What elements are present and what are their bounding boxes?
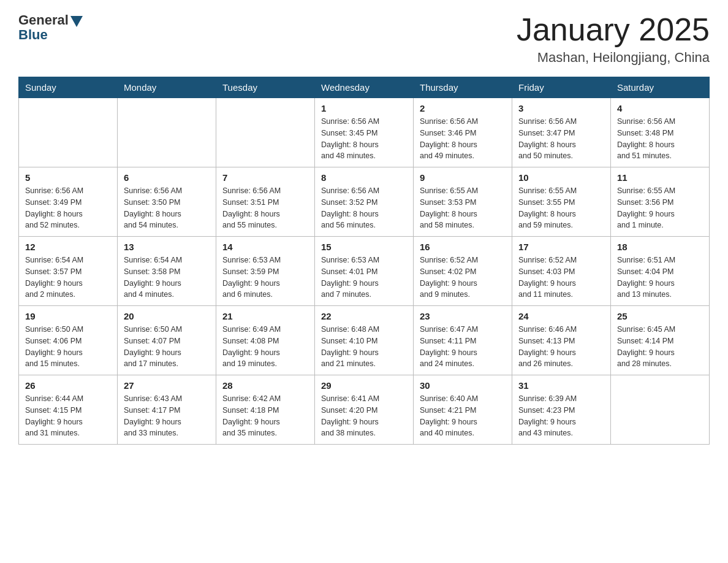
day-info: Sunrise: 6:43 AM Sunset: 4:17 PM Dayligh… bbox=[124, 393, 210, 439]
calendar-cell: 6Sunrise: 6:56 AM Sunset: 3:50 PM Daylig… bbox=[118, 167, 216, 237]
day-number: 23 bbox=[420, 311, 506, 321]
calendar-cell: 8Sunrise: 6:56 AM Sunset: 3:52 PM Daylig… bbox=[315, 167, 414, 237]
title-section: January 2025 Mashan, Heilongjiang, China bbox=[517, 12, 710, 66]
day-number: 17 bbox=[518, 242, 604, 252]
calendar-cell: 23Sunrise: 6:47 AM Sunset: 4:11 PM Dayli… bbox=[414, 306, 512, 375]
calendar-cell: 31Sunrise: 6:39 AM Sunset: 4:23 PM Dayli… bbox=[512, 375, 611, 445]
calendar-cell: 25Sunrise: 6:45 AM Sunset: 4:14 PM Dayli… bbox=[611, 306, 710, 375]
day-number: 1 bbox=[321, 103, 407, 113]
day-number: 4 bbox=[617, 103, 703, 113]
calendar-cell: 26Sunrise: 6:44 AM Sunset: 4:15 PM Dayli… bbox=[19, 375, 118, 445]
calendar-cell: 1Sunrise: 6:56 AM Sunset: 3:45 PM Daylig… bbox=[315, 98, 414, 167]
calendar-week-row: 26Sunrise: 6:44 AM Sunset: 4:15 PM Dayli… bbox=[19, 375, 710, 445]
day-number: 3 bbox=[518, 103, 604, 113]
weekday-header-monday: Monday bbox=[118, 77, 216, 98]
day-number: 29 bbox=[321, 380, 407, 391]
weekday-header-tuesday: Tuesday bbox=[216, 77, 315, 98]
day-number: 31 bbox=[518, 380, 604, 391]
logo: General Blue bbox=[18, 12, 83, 43]
day-number: 20 bbox=[124, 311, 210, 321]
day-info: Sunrise: 6:56 AM Sunset: 3:51 PM Dayligh… bbox=[222, 185, 308, 231]
day-info: Sunrise: 6:55 AM Sunset: 3:56 PM Dayligh… bbox=[617, 185, 703, 231]
day-number: 27 bbox=[124, 380, 210, 391]
calendar-cell: 10Sunrise: 6:55 AM Sunset: 3:55 PM Dayli… bbox=[512, 167, 611, 237]
calendar-cell: 20Sunrise: 6:50 AM Sunset: 4:07 PM Dayli… bbox=[118, 306, 216, 375]
day-number: 28 bbox=[222, 380, 308, 391]
day-info: Sunrise: 6:54 AM Sunset: 3:57 PM Dayligh… bbox=[25, 255, 111, 301]
day-info: Sunrise: 6:56 AM Sunset: 3:46 PM Dayligh… bbox=[420, 116, 506, 162]
day-info: Sunrise: 6:48 AM Sunset: 4:10 PM Dayligh… bbox=[321, 324, 407, 370]
day-info: Sunrise: 6:41 AM Sunset: 4:20 PM Dayligh… bbox=[321, 393, 407, 439]
day-info: Sunrise: 6:39 AM Sunset: 4:23 PM Dayligh… bbox=[518, 393, 604, 439]
calendar-cell: 5Sunrise: 6:56 AM Sunset: 3:49 PM Daylig… bbox=[19, 167, 118, 237]
calendar-cell: 22Sunrise: 6:48 AM Sunset: 4:10 PM Dayli… bbox=[315, 306, 414, 375]
calendar-cell: 3Sunrise: 6:56 AM Sunset: 3:47 PM Daylig… bbox=[512, 98, 611, 167]
day-info: Sunrise: 6:56 AM Sunset: 3:49 PM Dayligh… bbox=[25, 185, 111, 231]
day-info: Sunrise: 6:51 AM Sunset: 4:04 PM Dayligh… bbox=[617, 255, 703, 301]
day-info: Sunrise: 6:45 AM Sunset: 4:14 PM Dayligh… bbox=[617, 324, 703, 370]
calendar-cell: 7Sunrise: 6:56 AM Sunset: 3:51 PM Daylig… bbox=[216, 167, 315, 237]
day-info: Sunrise: 6:47 AM Sunset: 4:11 PM Dayligh… bbox=[420, 324, 506, 370]
day-info: Sunrise: 6:49 AM Sunset: 4:08 PM Dayligh… bbox=[222, 324, 308, 370]
calendar-table: SundayMondayTuesdayWednesdayThursdayFrid… bbox=[18, 77, 710, 445]
calendar-cell: 13Sunrise: 6:54 AM Sunset: 3:58 PM Dayli… bbox=[118, 237, 216, 306]
calendar-cell: 16Sunrise: 6:52 AM Sunset: 4:02 PM Dayli… bbox=[414, 237, 512, 306]
calendar-cell bbox=[118, 98, 216, 167]
calendar-cell: 27Sunrise: 6:43 AM Sunset: 4:17 PM Dayli… bbox=[118, 375, 216, 445]
day-number: 2 bbox=[420, 103, 506, 113]
day-number: 11 bbox=[617, 172, 703, 183]
page-header: General Blue January 2025 Mashan, Heilon… bbox=[18, 12, 710, 66]
day-number: 6 bbox=[124, 172, 210, 183]
day-info: Sunrise: 6:55 AM Sunset: 3:53 PM Dayligh… bbox=[420, 185, 506, 231]
logo-blue-text: Blue bbox=[18, 27, 48, 43]
day-info: Sunrise: 6:56 AM Sunset: 3:52 PM Dayligh… bbox=[321, 185, 407, 231]
day-info: Sunrise: 6:44 AM Sunset: 4:15 PM Dayligh… bbox=[25, 393, 111, 439]
weekday-header-friday: Friday bbox=[512, 77, 611, 98]
day-number: 8 bbox=[321, 172, 407, 183]
day-number: 18 bbox=[617, 242, 703, 252]
day-info: Sunrise: 6:53 AM Sunset: 3:59 PM Dayligh… bbox=[222, 255, 308, 301]
day-info: Sunrise: 6:52 AM Sunset: 4:03 PM Dayligh… bbox=[518, 255, 604, 301]
calendar-cell: 17Sunrise: 6:52 AM Sunset: 4:03 PM Dayli… bbox=[512, 237, 611, 306]
calendar-cell: 21Sunrise: 6:49 AM Sunset: 4:08 PM Dayli… bbox=[216, 306, 315, 375]
day-number: 12 bbox=[25, 242, 111, 252]
calendar-cell: 11Sunrise: 6:55 AM Sunset: 3:56 PM Dayli… bbox=[611, 167, 710, 237]
calendar-cell bbox=[611, 375, 710, 445]
calendar-cell: 15Sunrise: 6:53 AM Sunset: 4:01 PM Dayli… bbox=[315, 237, 414, 306]
day-number: 5 bbox=[25, 172, 111, 183]
day-number: 26 bbox=[25, 380, 111, 391]
day-number: 10 bbox=[518, 172, 604, 183]
day-info: Sunrise: 6:42 AM Sunset: 4:18 PM Dayligh… bbox=[222, 393, 308, 439]
day-number: 24 bbox=[518, 311, 604, 321]
calendar-cell: 28Sunrise: 6:42 AM Sunset: 4:18 PM Dayli… bbox=[216, 375, 315, 445]
day-info: Sunrise: 6:56 AM Sunset: 3:45 PM Dayligh… bbox=[321, 116, 407, 162]
calendar-week-row: 19Sunrise: 6:50 AM Sunset: 4:06 PM Dayli… bbox=[19, 306, 710, 375]
weekday-header-wednesday: Wednesday bbox=[315, 77, 414, 98]
calendar-header-row: SundayMondayTuesdayWednesdayThursdayFrid… bbox=[19, 77, 710, 98]
day-info: Sunrise: 6:50 AM Sunset: 4:06 PM Dayligh… bbox=[25, 324, 111, 370]
day-number: 21 bbox=[222, 311, 308, 321]
day-info: Sunrise: 6:50 AM Sunset: 4:07 PM Dayligh… bbox=[124, 324, 210, 370]
month-title: January 2025 bbox=[517, 12, 710, 47]
calendar-week-row: 1Sunrise: 6:56 AM Sunset: 3:45 PM Daylig… bbox=[19, 98, 710, 167]
calendar-cell: 30Sunrise: 6:40 AM Sunset: 4:21 PM Dayli… bbox=[414, 375, 512, 445]
location-text: Mashan, Heilongjiang, China bbox=[517, 50, 710, 66]
calendar-cell: 24Sunrise: 6:46 AM Sunset: 4:13 PM Dayli… bbox=[512, 306, 611, 375]
calendar-cell: 9Sunrise: 6:55 AM Sunset: 3:53 PM Daylig… bbox=[414, 167, 512, 237]
weekday-header-saturday: Saturday bbox=[611, 77, 710, 98]
logo-arrow-icon bbox=[70, 16, 83, 27]
calendar-cell: 12Sunrise: 6:54 AM Sunset: 3:57 PM Dayli… bbox=[19, 237, 118, 306]
day-number: 13 bbox=[124, 242, 210, 252]
calendar-week-row: 5Sunrise: 6:56 AM Sunset: 3:49 PM Daylig… bbox=[19, 167, 710, 237]
day-info: Sunrise: 6:54 AM Sunset: 3:58 PM Dayligh… bbox=[124, 255, 210, 301]
day-info: Sunrise: 6:53 AM Sunset: 4:01 PM Dayligh… bbox=[321, 255, 407, 301]
day-number: 7 bbox=[222, 172, 308, 183]
calendar-cell bbox=[216, 98, 315, 167]
day-number: 9 bbox=[420, 172, 506, 183]
day-info: Sunrise: 6:55 AM Sunset: 3:55 PM Dayligh… bbox=[518, 185, 604, 231]
weekday-header-thursday: Thursday bbox=[414, 77, 512, 98]
day-info: Sunrise: 6:56 AM Sunset: 3:48 PM Dayligh… bbox=[617, 116, 703, 162]
calendar-cell: 29Sunrise: 6:41 AM Sunset: 4:20 PM Dayli… bbox=[315, 375, 414, 445]
day-info: Sunrise: 6:52 AM Sunset: 4:02 PM Dayligh… bbox=[420, 255, 506, 301]
day-info: Sunrise: 6:56 AM Sunset: 3:50 PM Dayligh… bbox=[124, 185, 210, 231]
